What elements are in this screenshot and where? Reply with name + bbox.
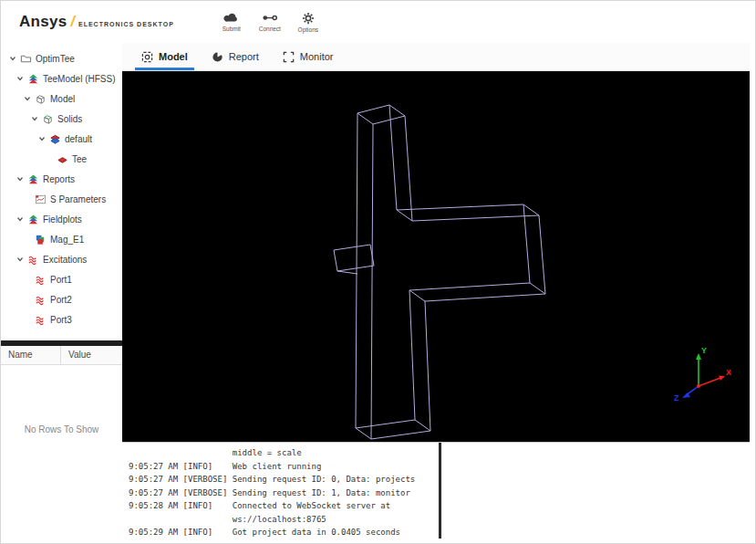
geometry-cube-icon bbox=[35, 93, 47, 105]
column-header-value[interactable]: Value bbox=[61, 346, 122, 364]
tree-item-optimtee[interactable]: OptimTee bbox=[1, 48, 122, 68]
tree-item-label: Mag_E1 bbox=[50, 235, 84, 245]
port-icon bbox=[35, 314, 47, 326]
tree-item-label: Fieldplots bbox=[43, 214, 82, 225]
log-line: 9:05:29 AM [INFO] Got project data in 0.… bbox=[129, 526, 439, 539]
log-line: 9:05:27 AM [INFO] Web client running bbox=[129, 460, 439, 474]
column-header-name[interactable]: Name bbox=[1, 346, 61, 364]
message-log[interactable]: middle = scale 9:05:27 AM [INFO] Web cli… bbox=[122, 443, 439, 539]
tab-label: Monitor bbox=[300, 51, 334, 62]
brand-slash: / bbox=[71, 14, 75, 30]
tree-item-fieldplots[interactable]: Fieldplots bbox=[1, 209, 122, 229]
chevron-down-icon[interactable] bbox=[16, 215, 24, 223]
field-overlay-icon bbox=[35, 234, 47, 246]
connect-label: Connect bbox=[259, 26, 281, 32]
brand-product: ELECTRONICS DESKTOP bbox=[78, 21, 174, 27]
chevron-down-icon[interactable] bbox=[16, 175, 24, 183]
tree-item-reports[interactable]: Reports bbox=[1, 169, 122, 189]
model-tab-icon bbox=[141, 51, 153, 63]
tab-label: Report bbox=[229, 51, 259, 62]
tab-label: Model bbox=[159, 51, 188, 62]
port-icon bbox=[35, 294, 47, 306]
project-tree[interactable]: OptimTee TeeModel (HFSS) Model Solids bbox=[1, 43, 122, 340]
tree-item-label: S Parameters bbox=[50, 194, 106, 204]
tree-item-tee[interactable]: Tee bbox=[1, 149, 122, 169]
options-label: Options bbox=[298, 26, 318, 33]
sheet-icon bbox=[57, 153, 68, 165]
tree-item-excitations[interactable]: Excitations bbox=[1, 249, 122, 269]
chevron-down-icon[interactable] bbox=[16, 75, 24, 82]
reports-icon bbox=[27, 173, 39, 185]
console-pane-right[interactable] bbox=[441, 443, 750, 539]
tree-item-model[interactable]: Model bbox=[1, 89, 122, 109]
report-tab-icon bbox=[212, 51, 223, 63]
excitations-icon bbox=[27, 254, 39, 266]
tree-item-label: OptimTee bbox=[36, 54, 75, 64]
grid-empty-message: No Rows To Show bbox=[1, 424, 122, 434]
material-sheets-icon bbox=[49, 133, 61, 145]
tree-item-solids[interactable]: Solids bbox=[1, 109, 122, 129]
tree-item-label: Excitations bbox=[43, 255, 87, 265]
submit-button[interactable]: Submit bbox=[218, 12, 245, 33]
cloud-icon bbox=[223, 12, 240, 24]
tab-report[interactable]: Report bbox=[200, 43, 271, 70]
tree-item-default[interactable]: default bbox=[1, 129, 122, 149]
axis-label-z: Z bbox=[674, 393, 679, 403]
header-actions: Submit Connect bbox=[218, 12, 322, 33]
tree-item-label: Port1 bbox=[50, 275, 72, 285]
tree-item-port2[interactable]: Port2 bbox=[1, 289, 122, 309]
options-button[interactable]: Options bbox=[295, 12, 322, 33]
tree-item-label: Model bbox=[50, 94, 75, 104]
tee-wireframe bbox=[122, 71, 750, 442]
log-line: 9:05:28 AM [INFO] Connected to WebSocket… bbox=[129, 499, 439, 513]
chevron-down-icon[interactable] bbox=[30, 115, 38, 122]
log-line: ws://localhost:8765 bbox=[129, 513, 439, 527]
s-parameters-plot-icon bbox=[35, 194, 47, 205]
tree-item-teemodel[interactable]: TeeModel (HFSS) bbox=[1, 68, 122, 89]
tree-item-label: Tee bbox=[72, 154, 87, 164]
log-line: middle = scale bbox=[129, 446, 439, 460]
tree-item-label: default bbox=[65, 134, 92, 144]
submit-label: Submit bbox=[223, 26, 241, 32]
properties-grid-header: Name Value bbox=[1, 346, 122, 365]
monitor-tab-icon bbox=[283, 51, 295, 63]
chevron-down-icon[interactable] bbox=[8, 55, 16, 62]
view-tabbar: Model Report Monitor bbox=[122, 43, 750, 71]
fieldplots-icon bbox=[27, 214, 39, 225]
brand-name: Ansys bbox=[19, 13, 67, 31]
chevron-down-icon[interactable] bbox=[16, 256, 24, 263]
console-area: middle = scale 9:05:27 AM [INFO] Web cli… bbox=[122, 442, 750, 539]
properties-panel: Name Value No Rows To Show bbox=[1, 346, 122, 543]
log-line: 9:05:27 AM [VERBOSE] Sending request ID:… bbox=[129, 473, 439, 486]
connect-icon bbox=[262, 12, 278, 24]
tab-model[interactable]: Model bbox=[129, 43, 200, 70]
ansys-logo: Ansys / ELECTRONICS DESKTOP bbox=[19, 13, 174, 31]
main-area: Model Report Monitor bbox=[122, 43, 755, 543]
sidebar: OptimTee TeeModel (HFSS) Model Solids bbox=[1, 43, 123, 543]
axis-label-y: Y bbox=[701, 346, 707, 355]
tree-item-label: Solids bbox=[57, 114, 82, 124]
log-line: 9:05:27 AM [VERBOSE] Sending request ID:… bbox=[129, 486, 439, 500]
gear-icon bbox=[302, 12, 315, 25]
chevron-down-icon[interactable] bbox=[23, 95, 31, 102]
tree-item-port1[interactable]: Port1 bbox=[1, 269, 122, 289]
solids-cube-icon bbox=[42, 113, 54, 125]
tree-item-label: Port3 bbox=[50, 315, 72, 325]
axis-triad: Y X Z bbox=[669, 340, 733, 404]
tree-item-label: TeeModel (HFSS) bbox=[43, 74, 115, 84]
chevron-down-icon[interactable] bbox=[37, 135, 46, 142]
tree-item-port3[interactable]: Port3 bbox=[1, 309, 122, 330]
axis-origin bbox=[697, 384, 700, 388]
app-window: Ansys / ELECTRONICS DESKTOP Submit Conne… bbox=[0, 0, 756, 544]
viewport-3d[interactable]: Y X Z bbox=[122, 71, 750, 442]
tree-item-label: Port2 bbox=[50, 295, 72, 305]
tree-item-s-parameters[interactable]: S Parameters bbox=[1, 189, 122, 209]
tab-monitor[interactable]: Monitor bbox=[271, 43, 346, 70]
axis-label-x: X bbox=[726, 368, 731, 377]
hfss-design-icon bbox=[27, 73, 39, 85]
folder-icon bbox=[20, 53, 32, 65]
tree-item-mag-e1[interactable]: Mag_E1 bbox=[1, 229, 122, 249]
port-icon bbox=[35, 274, 47, 286]
connect-button[interactable]: Connect bbox=[256, 12, 284, 33]
tree-item-label: Reports bbox=[43, 174, 75, 184]
